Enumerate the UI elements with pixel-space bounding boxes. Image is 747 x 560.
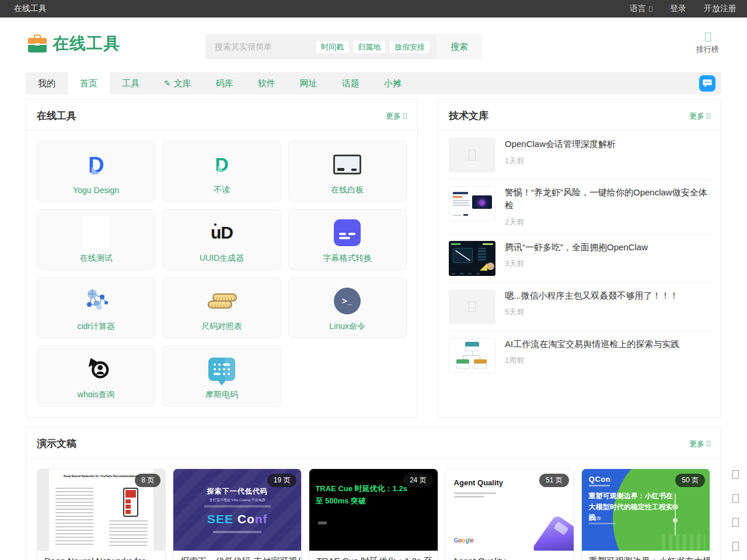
- nav-tab-home[interactable]: 首页: [68, 72, 110, 94]
- tool-card-linux[interactable]: >_Linux命令: [288, 277, 407, 338]
- nav-tab-codes[interactable]: 码库: [204, 72, 246, 94]
- thumb-part: [478, 248, 486, 261]
- nav-items: 我的首页工具✎文库码库软件网址话题小摊: [26, 72, 721, 94]
- library-panel-header: 技术文库 更多: [438, 100, 721, 130]
- search-hot-tag-2[interactable]: 归属地: [353, 41, 385, 53]
- article-time: 1周前: [505, 355, 679, 366]
- speaker-line: [204, 505, 271, 508]
- thumb-part: [451, 243, 460, 245]
- thumb-part: [472, 195, 492, 209]
- nav-tab-topics[interactable]: 话题: [330, 72, 372, 94]
- article-title[interactable]: 嗯...微信小程序主包又双叒叕不够用了！！！: [505, 289, 679, 302]
- thumb-part: [456, 363, 469, 369]
- article-thumbnail[interactable]: [449, 186, 495, 221]
- article-row[interactable]: 腾讯“一虾多吃”，全面拥抱OpenClaw3天前: [449, 235, 710, 283]
- side-button-4[interactable]: [732, 542, 739, 551]
- article-row[interactable]: OpenClaw会话管理深度解析1天前: [449, 131, 710, 180]
- slides-more-link[interactable]: 更多: [689, 439, 710, 449]
- library-panel-title: 技术文库: [449, 109, 488, 123]
- tool-name: UUID生成器: [200, 253, 244, 264]
- tool-card-budu[interactable]: D不读: [162, 141, 281, 202]
- nav-tab-label: 网址: [300, 78, 317, 89]
- blank-shape: [83, 216, 109, 249]
- article-thumbnail[interactable]: [449, 289, 495, 324]
- logo-subline: [589, 485, 610, 487]
- nav-tab-label: 文库: [174, 78, 191, 89]
- tools-more-link[interactable]: 更多: [386, 111, 407, 121]
- tool-card-morse[interactable]: 摩斯电码: [162, 345, 281, 407]
- subtitle-icon: [334, 216, 361, 250]
- article-row[interactable]: AI工作流在淘宝交易舆情巡检上的探索与实践1周前: [449, 331, 710, 379]
- article-thumbnail[interactable]: [449, 138, 495, 173]
- slide-heading: TRAE Cue 时延优化：1.2s 至 500ms 突破: [315, 483, 415, 508]
- article-title[interactable]: 腾讯“一虾多吃”，全面拥抱OpenClaw: [505, 241, 648, 254]
- main-content: 在线工具 更多 DYogu DesignD不读在线白板在线测试uDUUID生成器…: [26, 99, 721, 418]
- article-title[interactable]: AI工作流在淘宝交易舆情巡检上的探索与实践: [505, 338, 679, 351]
- slide-card[interactable]: 探索下一代低代码支付宝可视化 Vibe Coding 平台实践SEE Conf1…: [173, 468, 302, 560]
- missing-image-glyph: [469, 302, 476, 312]
- slides-panel: 演示文稿 更多 Deep Neural Networks for YouTube…: [26, 427, 721, 560]
- thumb-part: [483, 243, 493, 245]
- thumb-part: [480, 263, 487, 271]
- nav-tab-stall[interactable]: 小摊: [372, 72, 414, 94]
- article-thumbnail[interactable]: [449, 338, 495, 373]
- tool-card-cidr[interactable]: cidr计算器: [37, 277, 155, 338]
- chat-button[interactable]: [699, 75, 715, 92]
- caret-down-icon: [649, 6, 652, 12]
- article-thumbnail[interactable]: [449, 241, 495, 276]
- tool-name: 尺码对照表: [201, 321, 242, 332]
- ranking-link[interactable]: 排行榜: [696, 33, 719, 55]
- tool-card-size[interactable]: 尺码对照表: [162, 277, 281, 338]
- slide-card[interactable]: QCon重塑可观测边界：小红书在大模型时代的稳定性工程实践王亚普50 页重塑可观…: [581, 468, 710, 560]
- nav-tab-mine[interactable]: 我的: [26, 72, 68, 94]
- login-link[interactable]: 登录: [670, 4, 686, 14]
- nav-tab-library[interactable]: ✎文库: [152, 72, 204, 94]
- yogu-design-logo: D: [88, 148, 104, 182]
- slide-card[interactable]: Agent QualityGoogle51 页Agent Quality: [445, 468, 574, 560]
- topbar-brand[interactable]: 在线工具: [14, 4, 47, 14]
- library-more-link[interactable]: 更多: [689, 111, 710, 121]
- site-logo[interactable]: 在线工具: [28, 33, 120, 55]
- slide-title: TRAE Cue 时延优化：1.2s 至: [309, 551, 437, 560]
- search-button[interactable]: 搜索: [437, 34, 482, 60]
- article-title[interactable]: OpenClaw会话管理深度解析: [505, 138, 616, 150]
- page-count-badge: 51 页: [539, 474, 569, 487]
- article-title[interactable]: 警惕！“养龙虾”风险，一键给你的Openclaw做安全体检: [505, 186, 710, 212]
- search-hot-tag-1[interactable]: 时间戳: [316, 41, 348, 53]
- budu-logo: D: [215, 148, 228, 181]
- tool-card-yogu[interactable]: DYogu Design: [37, 141, 155, 202]
- chat-bubble-icon: [702, 78, 713, 89]
- side-button-1[interactable]: [732, 470, 739, 479]
- language-menu[interactable]: 语言: [630, 4, 652, 14]
- tool-name: Yogu Design: [73, 186, 119, 195]
- nav-tab-sites[interactable]: 网址: [288, 72, 330, 94]
- side-button-2[interactable]: [732, 494, 739, 503]
- thumb-part: [474, 363, 487, 369]
- nav-tab-software[interactable]: 软件: [246, 72, 288, 94]
- slide-heading: 重塑可观测边界：小红书在大模型时代的稳定性工程实践: [589, 491, 678, 523]
- register-link[interactable]: 开放注册: [704, 4, 736, 14]
- page-count-badge: 8 页: [135, 474, 160, 487]
- search-hot-tags: 时间戳归属地放假安排: [316, 41, 434, 52]
- tool-card-whiteboard[interactable]: 在线白板: [288, 141, 407, 202]
- logo-letter: e: [470, 537, 474, 544]
- slide-card[interactable]: Deep Neural Networks for YouTube Recomme…: [37, 468, 166, 560]
- tool-card-subtitle[interactable]: 字幕格式转换: [288, 209, 407, 270]
- nav-tab-tools[interactable]: 工具: [110, 72, 152, 94]
- thumb-part: [463, 355, 463, 359]
- slide-card[interactable]: TRAE Cue 时延优化：1.2s 至 500ms 突破24 页TRAE Cu…: [309, 468, 438, 560]
- author-line: [454, 496, 484, 498]
- tool-card-test[interactable]: 在线测试: [37, 209, 155, 270]
- language-label: 语言: [630, 4, 646, 14]
- search-hot-tag-3[interactable]: 放假安排: [390, 41, 430, 53]
- more-label: 更多: [689, 439, 704, 449]
- tool-card-uuid[interactable]: uDUUID生成器: [162, 209, 281, 270]
- terminal-icon: >_: [334, 284, 361, 318]
- article-row[interactable]: 警惕！“养龙虾”风险，一键给你的Openclaw做安全体检2天前: [449, 180, 710, 235]
- search-input[interactable]: [215, 42, 316, 51]
- article-row[interactable]: 嗯...微信小程序主包又双叒叕不够用了！！！5天前: [449, 283, 710, 331]
- tool-name: 在线测试: [80, 253, 113, 264]
- nav-tab-label: 小摊: [384, 78, 402, 89]
- tool-card-whois[interactable]: whois查询: [37, 345, 155, 407]
- side-button-3[interactable]: [732, 518, 739, 527]
